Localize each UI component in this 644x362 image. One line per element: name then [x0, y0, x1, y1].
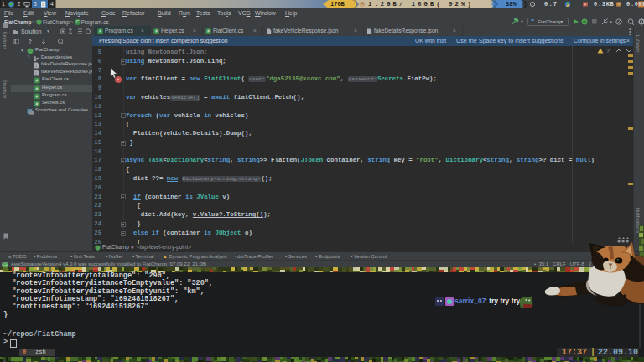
svg-text:?: ?	[606, 48, 610, 54]
svg-text:#: #	[36, 78, 39, 83]
svg-text:#: #	[36, 86, 39, 91]
svg-text:#: #	[36, 101, 39, 106]
svg-text:#: #	[36, 94, 39, 99]
